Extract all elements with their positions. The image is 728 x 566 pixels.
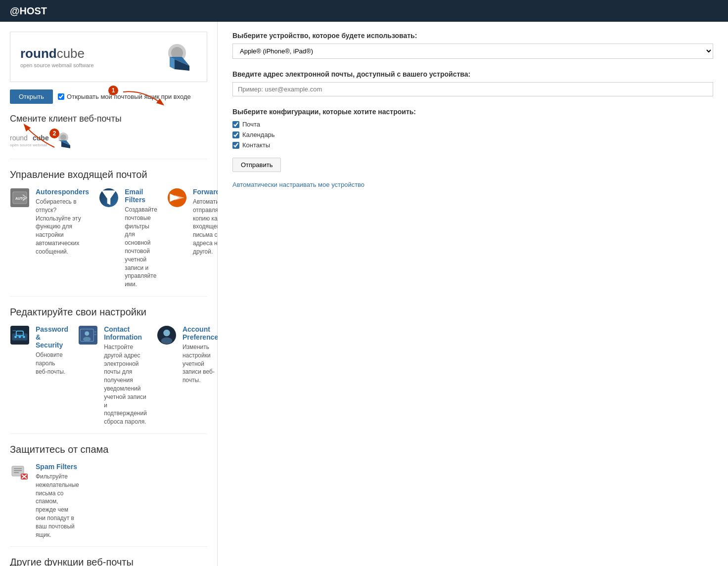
svg-marker-15 (101, 190, 116, 205)
item-card-spam-filters: Spam FiltersФильтруйте нежелательные пис… (10, 463, 79, 539)
spam-items-grid: Spam FiltersФильтруйте нежелательные пис… (10, 463, 207, 539)
svg-point-26 (85, 331, 89, 336)
item-title-account-preferences[interactable]: Account Preferences (182, 325, 222, 341)
divider-2 (10, 296, 207, 297)
step-2-badge: 2 (49, 129, 59, 138)
item-desc-account-preferences: Изменить настройки учетной записи веб-по… (182, 343, 222, 385)
client-logo-area: round cube open source webmail (10, 131, 207, 149)
item-text-account-preferences: Account PreferencesИзменить настройки уч… (182, 325, 222, 385)
item-title-password-security[interactable]: Password & Security (36, 325, 68, 349)
auto-config-link[interactable]: Автоматически настраивать мое устройство (232, 181, 713, 188)
config-checkbox-mail[interactable] (232, 121, 239, 128)
device-select[interactable]: Apple® (iPhone®, iPad®)AndroidWindows Ph… (232, 44, 713, 59)
settings-section-title: Редактируйте свои настройки (10, 306, 207, 318)
logo-round: round (20, 46, 57, 61)
item-title-email-filters[interactable]: Email Filters (125, 188, 145, 204)
item-card-email-filters: Email FiltersСоздавайте почтовые фильтры… (99, 188, 157, 289)
logo-cube: cube (57, 46, 85, 61)
password-icon: *** (10, 325, 30, 345)
svg-point-19 (14, 336, 17, 338)
logo-subtitle: open source webmail software (20, 62, 162, 68)
config-checkbox-contacts[interactable] (232, 142, 239, 149)
config-option-calendar: Календарь (232, 131, 713, 138)
item-desc-contact-information: Настройте другой адрес электронной почты… (104, 343, 147, 426)
svg-text:open source webmail: open source webmail (10, 143, 47, 147)
roundcube-logo-icon (162, 42, 197, 72)
item-text-email-filters: Email FiltersСоздавайте почтовые фильтры… (125, 188, 157, 289)
forwarder-icon (167, 188, 187, 208)
email-filter-icon (99, 188, 119, 208)
item-title-spam-filters[interactable]: Spam Filters (36, 463, 77, 471)
svg-point-21 (23, 336, 25, 338)
incoming-items-grid: AUTO AutorespondersСобираетесь в отпуск?… (10, 188, 207, 289)
config-label: Выберите конфигурации, которые хотите на… (232, 108, 713, 116)
autoresponder-icon: AUTO (10, 188, 30, 208)
svg-point-31 (163, 330, 170, 337)
divider-4 (10, 546, 207, 547)
config-checkbox-calendar[interactable] (232, 131, 239, 138)
settings-items-grid: *** Password & SecurityОбновите пароль в… (10, 325, 207, 426)
item-card-account-preferences: Account PreferencesИзменить настройки уч… (157, 325, 222, 426)
config-options: ПочтаКалендарьКонтакты (232, 121, 713, 149)
logo-text-wrap: roundcube open source webmail software (20, 46, 162, 68)
item-title-contact-information[interactable]: Contact Information (104, 325, 142, 341)
send-button[interactable]: Отправить (232, 158, 281, 172)
left-panel: roundcube open source webmail software 1 (0, 22, 218, 566)
open-inbox-checkbox[interactable] (58, 93, 64, 100)
svg-point-9 (60, 134, 66, 140)
logo-name: roundcube (20, 46, 162, 61)
svg-rect-28 (94, 331, 97, 332)
open-button[interactable]: Открыть (10, 89, 53, 104)
app-title: @HOST (10, 5, 47, 17)
open-btn-section: 1 Открыть Открывать мой почтовый ящик пр… (10, 89, 207, 104)
top-bar: @HOST (0, 0, 728, 22)
item-card-autoresponders: AUTO AutorespondersСобираетесь в отпуск?… (10, 188, 89, 289)
item-desc-spam-filters: Фильтруйте нежелательные письма со спамо… (36, 473, 79, 539)
svg-text:round: round (10, 134, 28, 142)
right-panel: Выберите устройство, которое будете испо… (218, 22, 728, 566)
config-label-mail: Почта (242, 121, 260, 128)
roundcube-small-icon: round cube open source webmail (10, 131, 49, 149)
change-client-section: Смените клиент веб-почты 2 round cube op… (10, 114, 207, 149)
config-label-contacts: Контакты (242, 141, 270, 149)
account-icon (157, 325, 177, 345)
item-text-autoresponders: AutorespondersСобираетесь в отпуск? Испо… (36, 188, 89, 256)
config-option-mail: Почта (232, 121, 713, 128)
incoming-section-title: Управление входящей почтой (10, 169, 207, 180)
svg-marker-17 (175, 195, 184, 200)
config-label-calendar: Календарь (242, 131, 275, 138)
svg-point-32 (161, 337, 173, 344)
device-label: Выберите устройство, которое будете испо… (232, 32, 713, 40)
item-card-password-security: *** Password & SecurityОбновите пароль в… (10, 325, 68, 426)
change-client-title: Смените клиент веб-почты (10, 114, 207, 124)
svg-point-27 (83, 337, 91, 341)
item-desc-email-filters: Создавайте почтовые фильтры для основной… (125, 206, 157, 289)
config-option-contacts: Контакты (232, 141, 713, 149)
item-desc-autoresponders: Собираетесь в отпуск? Используйте эту фу… (36, 198, 89, 256)
logo-area: roundcube open source webmail software (10, 32, 207, 82)
step-1-badge: 1 (108, 86, 118, 95)
item-title-autoresponders[interactable]: Autoresponders (36, 188, 89, 196)
email-input[interactable] (232, 82, 713, 96)
other-section-title: Другие функции веб-почты (10, 557, 207, 566)
divider-1 (10, 159, 207, 159)
open-inbox-label[interactable]: Открывать мой почтовый ящик при входе (58, 93, 191, 100)
open-inbox-text: Открывать мой почтовый ящик при входе (67, 93, 191, 100)
item-desc-password-security: Обновите пароль веб-почты. (36, 351, 68, 376)
svg-text:cube: cube (33, 134, 49, 142)
spam-filter-icon (10, 463, 30, 482)
svg-rect-29 (94, 334, 97, 335)
item-text-contact-information: Contact InformationНастройте другой адре… (104, 325, 147, 426)
divider-3 (10, 434, 207, 434)
item-card-contact-information: Contact InformationНастройте другой адре… (78, 325, 147, 426)
item-text-spam-filters: Spam FiltersФильтруйте нежелательные пис… (36, 463, 79, 539)
contact-icon (78, 325, 98, 345)
spam-section-title: Защититесь от спама (10, 444, 207, 455)
item-text-password-security: Password & SecurityОбновите пароль веб-п… (36, 325, 68, 376)
email-label: Введите адрес электронной почты, доступн… (232, 70, 713, 78)
